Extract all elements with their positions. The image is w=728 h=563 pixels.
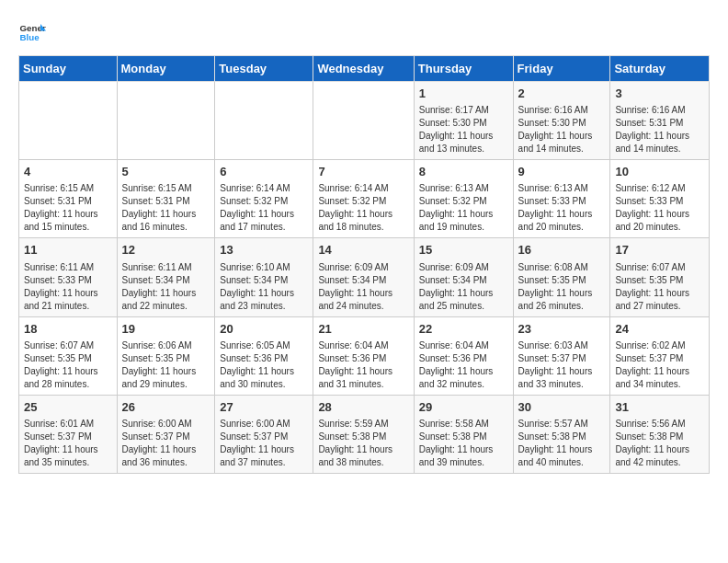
calendar-cell [19, 82, 118, 160]
calendar-cell [313, 82, 414, 160]
day-info-text: Sunset: 5:31 PM [24, 195, 112, 208]
day-info-text: and 30 minutes. [220, 378, 308, 391]
day-info-text: Sunrise: 6:16 AM [518, 104, 606, 117]
day-info-text: Sunrise: 6:17 AM [419, 104, 508, 117]
calendar-cell: 19Sunrise: 6:06 AMSunset: 5:35 PMDayligh… [117, 316, 215, 395]
day-number: 14 [318, 242, 408, 259]
day-info-text: Sunset: 5:37 PM [24, 431, 112, 443]
day-info-text: Sunrise: 6:09 AM [419, 261, 508, 274]
day-info-text: Daylight: 11 hours [419, 208, 508, 221]
day-info-text: Daylight: 11 hours [518, 208, 606, 221]
day-info-text: Daylight: 11 hours [615, 443, 704, 456]
day-info-text: and 39 minutes. [419, 456, 508, 469]
calendar-cell: 22Sunrise: 6:04 AMSunset: 5:36 PMDayligh… [414, 316, 513, 395]
day-info-text: Sunrise: 6:13 AM [419, 182, 508, 195]
col-header-friday: Friday [513, 56, 610, 82]
day-info-text: Daylight: 11 hours [220, 208, 308, 221]
day-info-text: Daylight: 11 hours [318, 208, 408, 221]
calendar-cell: 2Sunrise: 6:16 AMSunset: 5:30 PMDaylight… [513, 82, 610, 160]
week-row-1: 1Sunrise: 6:17 AMSunset: 5:30 PMDaylight… [19, 82, 710, 160]
day-info-text: Sunset: 5:37 PM [220, 431, 308, 443]
day-info-text: and 20 minutes. [615, 221, 704, 234]
day-info-text: and 14 minutes. [518, 143, 606, 155]
day-info-text: Daylight: 11 hours [518, 443, 606, 456]
day-info-text: and 37 minutes. [220, 456, 308, 469]
day-number: 13 [220, 242, 308, 259]
day-info-text: Sunset: 5:33 PM [24, 274, 112, 287]
day-info-text: Daylight: 11 hours [518, 130, 606, 143]
day-info-text: and 34 minutes. [615, 378, 704, 391]
day-number: 28 [318, 399, 408, 416]
day-info-text: Sunrise: 5:57 AM [518, 418, 606, 431]
calendar-cell: 30Sunrise: 5:57 AMSunset: 5:38 PMDayligh… [513, 395, 610, 473]
day-info-text: Sunrise: 6:06 AM [122, 339, 210, 352]
day-info-text: Sunset: 5:35 PM [122, 352, 210, 365]
day-info-text: and 19 minutes. [419, 221, 508, 234]
day-info-text: and 17 minutes. [220, 221, 308, 234]
day-info-text: Sunset: 5:32 PM [419, 195, 508, 208]
calendar-cell: 10Sunrise: 6:12 AMSunset: 5:33 PMDayligh… [610, 160, 710, 238]
calendar-cell: 24Sunrise: 6:02 AMSunset: 5:37 PMDayligh… [610, 316, 710, 395]
logo-icon: General Blue [18, 18, 46, 46]
calendar-cell: 29Sunrise: 5:58 AMSunset: 5:38 PMDayligh… [414, 395, 513, 473]
day-info-text: and 32 minutes. [419, 378, 508, 391]
day-info-text: Sunrise: 6:02 AM [615, 339, 704, 352]
day-info-text: Daylight: 11 hours [615, 365, 704, 378]
col-header-wednesday: Wednesday [313, 56, 414, 82]
col-header-monday: Monday [117, 56, 215, 82]
col-header-saturday: Saturday [610, 56, 710, 82]
day-info-text: and 15 minutes. [24, 221, 112, 234]
day-info-text: and 31 minutes. [318, 378, 408, 391]
calendar-cell [117, 82, 215, 160]
calendar-cell [215, 82, 313, 160]
calendar-cell: 14Sunrise: 6:09 AMSunset: 5:34 PMDayligh… [313, 238, 414, 316]
day-info-text: Daylight: 11 hours [24, 443, 112, 456]
day-info-text: and 27 minutes. [615, 300, 704, 313]
day-info-text: and 40 minutes. [518, 456, 606, 469]
week-row-3: 11Sunrise: 6:11 AMSunset: 5:33 PMDayligh… [19, 238, 710, 316]
day-number: 1 [419, 86, 508, 102]
day-info-text: and 23 minutes. [220, 300, 308, 313]
day-info-text: Sunset: 5:34 PM [318, 274, 408, 287]
day-info-text: Sunrise: 6:04 AM [419, 339, 508, 352]
week-row-2: 4Sunrise: 6:15 AMSunset: 5:31 PMDaylight… [19, 160, 710, 238]
day-info-text: Sunrise: 6:11 AM [122, 261, 210, 274]
day-info-text: and 14 minutes. [615, 143, 704, 155]
day-number: 12 [122, 242, 210, 259]
day-info-text: Daylight: 11 hours [615, 208, 704, 221]
day-number: 11 [24, 242, 112, 259]
day-number: 21 [318, 321, 408, 338]
day-info-text: and 35 minutes. [24, 456, 112, 469]
day-info-text: and 25 minutes. [419, 300, 508, 313]
day-info-text: Sunset: 5:30 PM [518, 117, 606, 130]
calendar-cell: 9Sunrise: 6:13 AMSunset: 5:33 PMDaylight… [513, 160, 610, 238]
day-info-text: Daylight: 11 hours [518, 365, 606, 378]
day-number: 6 [220, 164, 308, 180]
day-number: 31 [615, 399, 704, 416]
day-info-text: Sunrise: 6:03 AM [518, 339, 606, 352]
day-info-text: Sunset: 5:30 PM [419, 117, 508, 130]
logo: General Blue [18, 18, 51, 46]
day-info-text: Sunrise: 6:05 AM [220, 339, 308, 352]
day-info-text: Sunset: 5:35 PM [518, 274, 606, 287]
day-number: 22 [419, 321, 508, 338]
day-info-text: Sunrise: 6:07 AM [615, 261, 704, 274]
day-info-text: Sunrise: 6:11 AM [24, 261, 112, 274]
day-number: 16 [518, 242, 606, 259]
day-number: 20 [220, 321, 308, 338]
day-info-text: Sunrise: 6:00 AM [220, 418, 308, 431]
day-number: 26 [122, 399, 210, 416]
calendar-cell: 11Sunrise: 6:11 AMSunset: 5:33 PMDayligh… [19, 238, 118, 316]
day-number: 29 [419, 399, 508, 416]
day-info-text: Sunset: 5:37 PM [615, 352, 704, 365]
calendar-cell: 7Sunrise: 6:14 AMSunset: 5:32 PMDaylight… [313, 160, 414, 238]
calendar-cell: 17Sunrise: 6:07 AMSunset: 5:35 PMDayligh… [610, 238, 710, 316]
day-info-text: Sunrise: 6:01 AM [24, 418, 112, 431]
day-info-text: and 13 minutes. [419, 143, 508, 155]
day-info-text: and 28 minutes. [24, 378, 112, 391]
day-info-text: Sunset: 5:32 PM [220, 195, 308, 208]
calendar-cell: 18Sunrise: 6:07 AMSunset: 5:35 PMDayligh… [19, 316, 118, 395]
day-number: 23 [518, 321, 606, 338]
day-number: 4 [24, 164, 112, 180]
day-info-text: Sunrise: 6:09 AM [318, 261, 408, 274]
